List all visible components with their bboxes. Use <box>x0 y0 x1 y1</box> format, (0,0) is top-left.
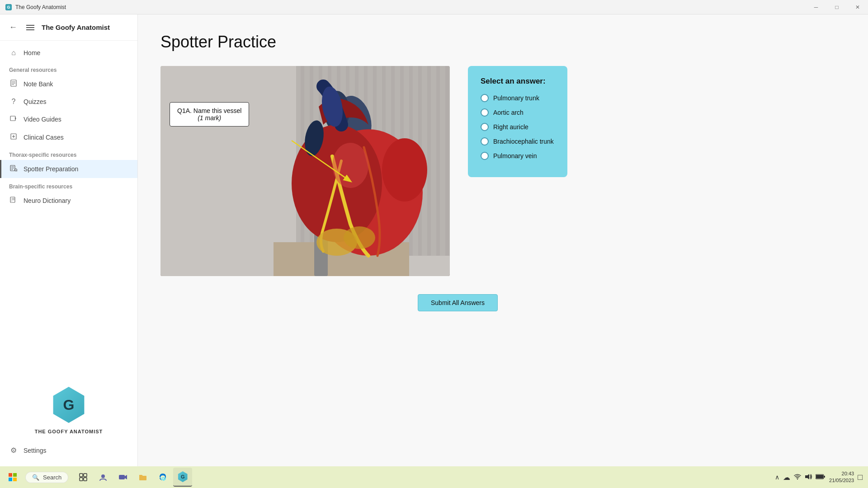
svg-rect-58 <box>80 478 83 481</box>
radio-right-auricle[interactable] <box>481 123 489 131</box>
svg-rect-65 <box>816 475 823 479</box>
app-icon: G <box>5 4 12 10</box>
question-text: Q1A. Name this vessel <box>177 107 241 114</box>
svg-point-45 <box>344 226 375 249</box>
taskbar-goofy-app[interactable]: G <box>173 468 192 487</box>
submit-all-answers-button[interactable]: Submit All Answers <box>418 294 498 311</box>
svg-marker-63 <box>805 474 809 479</box>
sidebar-item-video-guides[interactable]: Video Guides <box>0 110 137 128</box>
answer-panel-title: Select an answer: <box>481 77 555 86</box>
settings-label: Settings <box>24 447 47 454</box>
taskbar-file-explorer[interactable] <box>133 468 152 487</box>
taskbar-apps: G <box>74 468 192 487</box>
nav-label-note-bank: Note Bank <box>24 80 53 88</box>
sidebar-item-quizzes[interactable]: ? Quizzes <box>0 93 137 110</box>
page-title: Spotter Practice <box>160 33 845 52</box>
sidebar-item-home[interactable]: ⌂ Home <box>0 44 137 61</box>
nav-label-quizzes: Quizzes <box>24 98 47 105</box>
svg-rect-16 <box>11 197 12 202</box>
svg-rect-35 <box>427 66 431 256</box>
taskbar-edge-browser[interactable] <box>153 468 172 487</box>
nav-label-neuro-dict: Neuro Dictionary <box>24 197 71 204</box>
radio-brachiocephalic-trunk[interactable] <box>481 137 489 145</box>
section-brain: Brain-specific resources <box>0 178 137 192</box>
sidebar-item-neuro-dictionary[interactable]: Neuro Dictionary <box>0 192 137 210</box>
taskbar-search-box[interactable]: 🔍 Search <box>25 472 68 483</box>
answer-option-right-auricle[interactable]: Right auricle <box>481 123 555 131</box>
hamburger-button[interactable] <box>24 23 36 32</box>
sidebar-header: ← The Goofy Anatomist <box>0 14 137 41</box>
svg-rect-4 <box>10 116 15 121</box>
taskbar-search-icon: 🔍 <box>32 474 39 481</box>
nav-label-clinical-cases: Clinical Cases <box>24 134 64 141</box>
close-button[interactable]: ✕ <box>847 0 868 14</box>
notification-icon[interactable]: □ <box>858 473 863 482</box>
taskbar-search-text: Search <box>43 474 61 481</box>
quizzes-icon: ? <box>9 98 18 106</box>
answer-option-brachiocephalic-trunk[interactable]: Brachiocephalic trunk <box>481 137 555 145</box>
logo-letter: G <box>63 397 75 413</box>
question-box: Q1A. Name this vessel (1 mark) <box>170 102 249 127</box>
settings-icon: ⚙ <box>9 446 18 455</box>
nav-label-video-guides: Video Guides <box>24 116 61 123</box>
answer-option-aortic-arch[interactable]: Aortic arch <box>481 108 555 117</box>
taskbar-task-view[interactable] <box>74 468 93 487</box>
clock-time: 20:43 <box>829 470 854 477</box>
taskbar: 🔍 Search <box>0 466 868 488</box>
question-mark: (1 mark) <box>177 114 241 122</box>
svg-rect-66 <box>824 476 825 478</box>
answer-label-pulmonary-trunk: Pulmonary trunk <box>493 94 539 102</box>
radio-aortic-arch[interactable] <box>481 108 489 117</box>
heart-image <box>160 66 450 276</box>
sidebar-item-settings[interactable]: ⚙ Settings <box>0 441 137 459</box>
svg-rect-59 <box>84 478 87 481</box>
radio-pulmonary-trunk[interactable] <box>481 94 489 102</box>
svg-point-49 <box>332 143 368 188</box>
title-bar-text: The Goofy Anatomist <box>15 4 66 10</box>
hex-shape: G <box>51 387 87 423</box>
taskbar-chat-app[interactable] <box>94 468 113 487</box>
back-button[interactable]: ← <box>7 21 19 34</box>
answer-label-right-auricle: Right auricle <box>493 123 528 131</box>
sidebar-item-spotter-preparation[interactable]: Spotter Preparation <box>0 160 137 178</box>
battery-icon[interactable] <box>816 474 826 481</box>
section-general-resources: General resources <box>0 61 137 75</box>
note-bank-icon <box>9 80 18 89</box>
system-icons: ∧ ☁ <box>775 473 826 482</box>
sidebar-item-clinical-cases[interactable]: Clinical Cases <box>0 128 137 146</box>
svg-point-46 <box>382 138 427 202</box>
svg-point-60 <box>101 474 105 478</box>
title-bar-controls: ─ □ ✕ <box>806 0 868 14</box>
svg-rect-55 <box>13 478 17 481</box>
answer-option-pulmonary-vein[interactable]: Pulmonary vein <box>481 152 555 160</box>
maximize-button[interactable]: □ <box>826 0 847 14</box>
wifi-icon[interactable] <box>794 474 801 481</box>
chevron-up-icon[interactable]: ∧ <box>775 474 779 481</box>
svg-rect-37 <box>445 66 449 256</box>
nav-label-spotter: Spotter Preparation <box>24 165 78 173</box>
answer-option-pulmonary-trunk[interactable]: Pulmonary trunk <box>481 94 555 102</box>
svg-rect-52 <box>9 473 12 477</box>
sidebar-item-note-bank[interactable]: Note Bank <box>0 75 137 93</box>
nav-label-home: Home <box>24 49 40 56</box>
answer-panel: Select an answer: Pulmonary trunk Aortic… <box>468 66 567 177</box>
clock-area[interactable]: 20:43 21/05/2023 <box>829 470 854 484</box>
video-guides-icon <box>9 115 18 124</box>
quiz-area: Q1A. Name this vessel (1 mark) Select an… <box>160 66 845 276</box>
sidebar-logo: G THE GOOFY ANATOMIST <box>0 375 137 441</box>
start-button[interactable] <box>4 468 22 486</box>
neuro-dict-icon <box>9 196 18 205</box>
answer-label-aortic-arch: Aortic arch <box>493 109 524 116</box>
taskbar-video-app[interactable] <box>113 468 132 487</box>
volume-icon[interactable] <box>805 474 812 481</box>
home-icon: ⌂ <box>9 49 18 57</box>
svg-rect-61 <box>119 475 125 479</box>
taskbar-left: 🔍 Search <box>0 468 196 487</box>
svg-marker-62 <box>125 475 127 479</box>
svg-line-14 <box>17 171 17 171</box>
radio-pulmonary-vein[interactable] <box>481 152 489 160</box>
svg-rect-57 <box>84 474 87 477</box>
minimize-button[interactable]: ─ <box>806 0 826 14</box>
cloud-icon[interactable]: ☁ <box>783 473 790 482</box>
clinical-cases-icon <box>9 133 18 142</box>
